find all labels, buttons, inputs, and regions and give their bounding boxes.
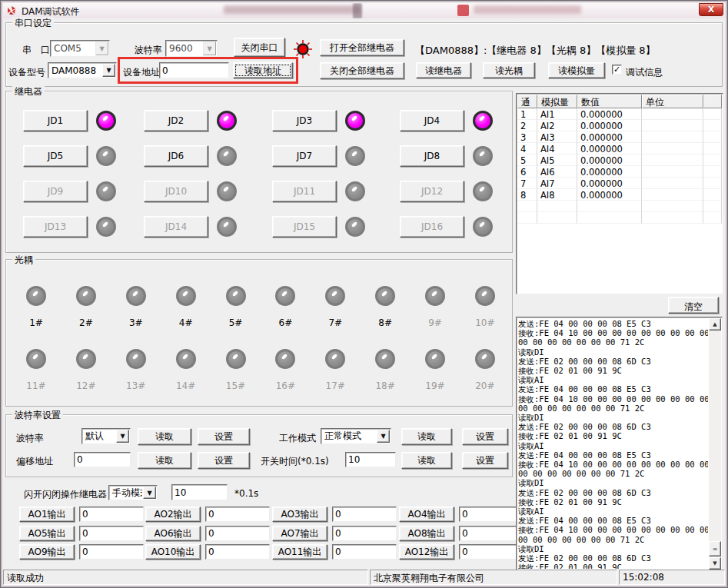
work-mode-read-button[interactable]: 读取 xyxy=(401,428,452,445)
debug-checkbox[interactable]: ✓ xyxy=(612,65,622,75)
port-label: 串 口 xyxy=(22,44,50,57)
close-all-relays-button[interactable]: 关闭全部继电器 xyxy=(320,62,404,79)
chevron-down-icon: ▼ xyxy=(116,430,129,443)
baud-rate-value: 9600 xyxy=(166,43,202,54)
flash-mode-select[interactable]: 手动模式 ▼ xyxy=(108,485,158,500)
device-address-input[interactable] xyxy=(159,62,229,78)
baud-set-button[interactable]: 设置 xyxy=(198,428,250,445)
ao1-output-input[interactable] xyxy=(79,507,144,522)
clear-log-button[interactable]: 清空 xyxy=(668,297,719,314)
close-serial-button[interactable]: 关闭串口 xyxy=(234,38,285,57)
ao6-output-input[interactable] xyxy=(205,526,270,541)
ao9-output-button[interactable]: AO9输出 xyxy=(19,544,75,560)
ao10-output-button[interactable]: AO10输出 xyxy=(145,544,201,560)
relay-button-jd3[interactable]: JD3 xyxy=(272,110,337,131)
baud-default-select[interactable]: 默认 ▼ xyxy=(81,428,131,444)
opto-led-7 xyxy=(325,286,345,306)
relay-led-jd14 xyxy=(217,217,237,237)
ao3-output-input[interactable] xyxy=(332,507,397,522)
com-port-select: COM5 ▼ xyxy=(50,40,110,57)
scroll-down-icon[interactable]: ▼ xyxy=(709,557,721,570)
app-window: DAM调试软件 X 串口设定 串 口 COM5 ▼ 波特率 9600 ▼ 关闭串… xyxy=(0,0,728,588)
offset-set-button[interactable]: 设置 xyxy=(198,452,250,469)
ao5-output-button[interactable]: AO5输出 xyxy=(19,526,75,541)
read-opto-button[interactable]: 读光耦 xyxy=(483,62,535,78)
ao2-output-input[interactable] xyxy=(205,507,270,522)
device-model-select[interactable]: DAM0888 ▼ xyxy=(48,62,117,78)
ao9-output-input[interactable] xyxy=(79,544,144,560)
relay-button-jd4[interactable]: JD4 xyxy=(400,110,464,131)
debug-checkbox-label: 调试信息 xyxy=(626,66,663,79)
table-row: 6 xyxy=(517,166,537,178)
log-panel[interactable]: 发送:FE 04 00 00 00 08 E5 C3 接收:FE 04 10 0… xyxy=(516,317,723,571)
table-header-extra[interactable] xyxy=(703,95,722,108)
table-row: 3 xyxy=(517,131,537,143)
status-time: 15:02:08 xyxy=(619,570,725,585)
ao10-output-input[interactable] xyxy=(205,544,270,560)
ao6-output-button[interactable]: AO6输出 xyxy=(145,526,201,541)
status-bar: 读取成功 北京聚英翱翔电子有限公司 15:02:08 xyxy=(3,570,725,585)
read-analog-button[interactable]: 读模拟量 xyxy=(548,62,605,78)
opto-led-12 xyxy=(76,349,96,369)
relay-button-jd1[interactable]: JD1 xyxy=(23,110,88,131)
ao12-output-input[interactable] xyxy=(459,544,524,560)
table-header-analog[interactable]: 模拟量 xyxy=(537,95,577,108)
switch-time-set-button[interactable]: 设置 xyxy=(462,452,508,469)
opto-label: 10# xyxy=(475,317,494,328)
table-header-channel[interactable]: 通 xyxy=(517,95,537,108)
ao11-output-button[interactable]: AO11输出 xyxy=(272,544,327,560)
scrollbar-thumb[interactable]: ≡ xyxy=(709,541,721,556)
relay-button-jd8[interactable]: JD8 xyxy=(400,145,464,167)
work-mode-set-button[interactable]: 设置 xyxy=(462,428,508,445)
relay-button-jd11: JD11 xyxy=(272,181,337,202)
background-ghost-artifact xyxy=(224,5,361,14)
ao4-output-input[interactable] xyxy=(459,507,524,522)
flash-mode-value: 手动模式 xyxy=(109,487,142,500)
ao3-output-button[interactable]: AO3输出 xyxy=(272,507,327,522)
switch-time-input[interactable] xyxy=(345,452,396,467)
relay-button-jd13: JD13 xyxy=(23,216,88,238)
opto-label: 20# xyxy=(475,380,494,391)
ao2-output-button[interactable]: AO2输出 xyxy=(145,507,201,522)
relay-button-jd6[interactable]: JD6 xyxy=(144,145,208,167)
scroll-up-icon[interactable]: ▲ xyxy=(709,318,721,331)
ao7-output-button[interactable]: AO7输出 xyxy=(272,526,327,541)
chevron-down-icon: ▼ xyxy=(143,487,156,499)
ao11-output-input[interactable] xyxy=(332,544,397,560)
offset-read-button[interactable]: 读取 xyxy=(138,452,191,469)
ao1-output-button[interactable]: AO1输出 xyxy=(19,507,75,522)
ao8-output-input[interactable] xyxy=(459,526,524,541)
relay-button-jd5[interactable]: JD5 xyxy=(23,145,88,167)
table-row: 5 xyxy=(517,154,537,166)
relay-led-jd6 xyxy=(217,146,237,166)
log-scrollbar[interactable]: ▲ ≡ ▼ xyxy=(709,318,721,570)
close-button[interactable]: X xyxy=(699,3,723,16)
read-relay-button[interactable]: 读继电器 xyxy=(416,62,471,78)
work-mode-select[interactable]: 正常模式 ▼ xyxy=(321,428,391,444)
ao4-output-button[interactable]: AO4输出 xyxy=(399,507,454,522)
opto-label: 7# xyxy=(328,317,342,328)
table-header-value[interactable]: 数值 xyxy=(577,95,642,108)
table-header-unit[interactable]: 单位 xyxy=(642,95,703,108)
ao5-output-input[interactable] xyxy=(79,526,144,541)
opto-label: 3# xyxy=(129,317,143,328)
close-icon: X xyxy=(708,5,714,15)
read-address-button[interactable]: 读取地址 xyxy=(233,62,293,78)
com-port-value: COM5 xyxy=(51,43,95,54)
switch-time-read-button[interactable]: 读取 xyxy=(401,452,452,469)
work-mode-label: 工作模式 xyxy=(279,432,316,445)
background-ghost-icon xyxy=(457,5,469,16)
relay-group-title: 继电器 xyxy=(12,85,45,98)
relay-led-jd13 xyxy=(96,217,116,237)
offset-address-input[interactable] xyxy=(74,452,131,467)
relay-button-jd2[interactable]: JD2 xyxy=(144,110,208,131)
table-row: 2 xyxy=(517,120,537,131)
ao12-output-button[interactable]: AO12输出 xyxy=(399,544,454,560)
flash-time-input[interactable] xyxy=(171,484,228,500)
ao7-output-input[interactable] xyxy=(332,526,397,541)
baud-read-button[interactable]: 读取 xyxy=(138,428,191,445)
open-all-relays-button[interactable]: 打开全部继电器 xyxy=(320,39,404,56)
ao8-output-button[interactable]: AO8输出 xyxy=(399,526,454,541)
relay-button-jd7[interactable]: JD7 xyxy=(272,145,337,167)
status-message: 读取成功 xyxy=(3,570,368,585)
